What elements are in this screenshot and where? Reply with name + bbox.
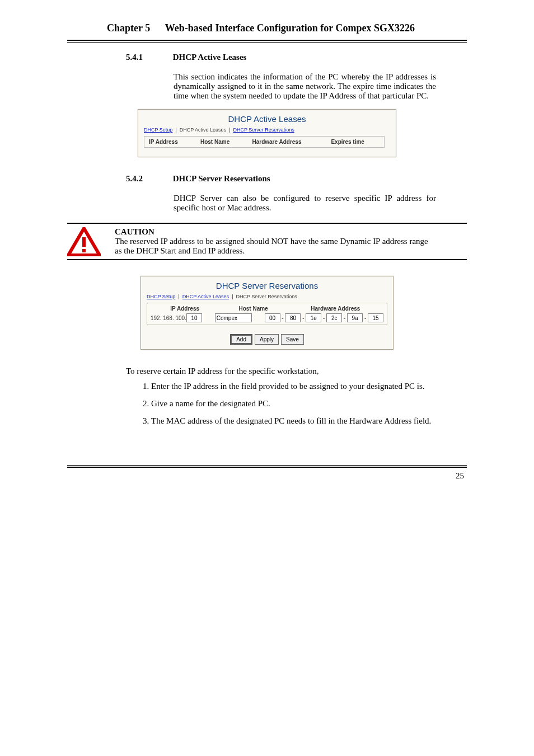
mac-oct-2[interactable] xyxy=(285,313,301,322)
sep: - xyxy=(363,315,368,321)
res-table-wrap: IP Address Host Name Hardware Address 19… xyxy=(141,303,393,328)
step-item: Give a name for the designated PC. xyxy=(151,399,436,408)
page-header: Chapter 5 Web-based Interface Configurat… xyxy=(107,22,436,34)
col-mac: Hardware Address xyxy=(288,306,383,312)
header-title: Web-based Interface Configuration for Co… xyxy=(165,22,415,34)
tab-dhcp-setup[interactable]: DHCP Setup xyxy=(144,127,172,133)
document-page: Chapter 5 Web-based Interface Configurat… xyxy=(0,0,534,481)
mac-oct-6[interactable] xyxy=(368,313,383,322)
step-item: The MAC address of the designated PC nee… xyxy=(151,416,436,426)
apply-button[interactable]: Apply xyxy=(255,334,279,345)
reservations-panel: DHCP Server Reservations DHCP Setup | DH… xyxy=(140,276,394,350)
svg-rect-2 xyxy=(82,249,86,252)
res-header-row: IP Address Host Name Hardware Address xyxy=(151,306,383,312)
step-item: Enter the IP address in the field provid… xyxy=(151,382,436,391)
sep: | xyxy=(177,294,181,299)
ip-last-octet-input[interactable] xyxy=(186,313,202,322)
caution-body: The reserved IP address to be assigned s… xyxy=(115,237,428,255)
mac-oct-4[interactable] xyxy=(326,313,342,322)
res-tabs: DHCP Setup | DHCP Active Leases | DHCP S… xyxy=(141,293,393,303)
res-table: IP Address Host Name Hardware Address 19… xyxy=(147,303,387,325)
chapter-label: Chapter 5 xyxy=(107,22,150,34)
section-number: 5.4.1 xyxy=(126,53,171,62)
res-screenshot-wrap: DHCP Server Reservations DHCP Setup | DH… xyxy=(0,276,534,350)
ip-prefix: 192. 168. 100. xyxy=(151,315,186,321)
section-heading-541: 5.4.1 DHCP Active Leases xyxy=(126,53,436,62)
table-header-row: IP Address Host Name Hardware Address Ex… xyxy=(144,137,385,148)
sep: - xyxy=(301,315,306,321)
mac-oct-3[interactable] xyxy=(306,313,321,322)
leases-screenshot-wrap: DHCP Active Leases DHCP Setup | DHCP Act… xyxy=(0,109,534,157)
header-rule xyxy=(67,40,467,43)
col-mac: Hardware Address xyxy=(247,137,326,148)
svg-rect-1 xyxy=(82,237,86,247)
tab-active-leases[interactable]: DHCP Active Leases xyxy=(182,294,229,299)
caution-heading: CAUTION xyxy=(115,227,154,236)
leases-table: IP Address Host Name Hardware Address Ex… xyxy=(144,136,385,148)
add-button[interactable]: Add xyxy=(231,335,251,344)
section-title: DHCP Active Leases xyxy=(173,53,247,62)
caution-block: CAUTION The reserved IP address to be as… xyxy=(67,223,467,256)
host-name-input[interactable] xyxy=(215,313,252,322)
sep: - xyxy=(321,315,326,321)
caution-rule xyxy=(67,259,467,260)
sep: | xyxy=(231,294,235,299)
tab-active-leases[interactable]: DHCP Active Leases xyxy=(180,127,226,133)
tab-server-reservations[interactable]: DHCP Server Reservations xyxy=(236,294,297,299)
section-heading-542: 5.4.2 DHCP Server Reservations xyxy=(126,174,436,184)
leases-panel-title: DHCP Active Leases xyxy=(138,110,396,126)
col-expires: Expires time xyxy=(326,137,384,148)
res-panel-title: DHCP Server Reservations xyxy=(141,276,393,293)
section-541-body: This section indicates the information o… xyxy=(174,72,436,101)
caution-text: CAUTION The reserved IP address to be as… xyxy=(115,227,436,256)
col-ip: IP Address xyxy=(151,306,219,312)
page-number: 25 xyxy=(0,471,464,481)
sep: - xyxy=(280,315,285,321)
ip-cell: 192. 168. 100. xyxy=(151,313,202,322)
leases-tabs: DHCP Setup | DHCP Active Leases | DHCP S… xyxy=(138,126,396,136)
steps-list: Enter the IP address in the field provid… xyxy=(134,382,436,426)
section-number: 5.4.2 xyxy=(126,174,171,184)
section-542-body: DHCP Server can also be configured to re… xyxy=(174,194,436,213)
sep: - xyxy=(342,315,347,321)
mac-oct-1[interactable] xyxy=(265,313,280,322)
add-button-highlight: Add xyxy=(230,334,252,345)
footer-rule xyxy=(67,465,467,468)
tab-server-reservations[interactable]: DHCP Server Reservations xyxy=(233,127,294,133)
mac-cell: - - - - - xyxy=(265,313,383,322)
col-host: Host Name xyxy=(219,306,287,312)
res-input-row: 192. 168. 100. - - - xyxy=(151,313,383,322)
res-buttons: Add Apply Save xyxy=(141,328,393,349)
sep: | xyxy=(174,127,178,133)
section-title: DHCP Server Reservations xyxy=(173,174,270,184)
tab-dhcp-setup[interactable]: DHCP Setup xyxy=(147,294,175,299)
col-host: Host Name xyxy=(196,137,248,148)
host-cell xyxy=(215,313,252,322)
save-button[interactable]: Save xyxy=(281,334,304,345)
reserve-intro: To reserve certain IP address for the sp… xyxy=(126,367,436,376)
sep: | xyxy=(228,127,232,133)
warning-icon xyxy=(67,227,101,255)
mac-oct-5[interactable] xyxy=(347,313,363,322)
leases-panel: DHCP Active Leases DHCP Setup | DHCP Act… xyxy=(138,109,396,157)
leases-table-wrap: IP Address Host Name Hardware Address Ex… xyxy=(138,136,396,157)
col-ip: IP Address xyxy=(144,137,196,148)
